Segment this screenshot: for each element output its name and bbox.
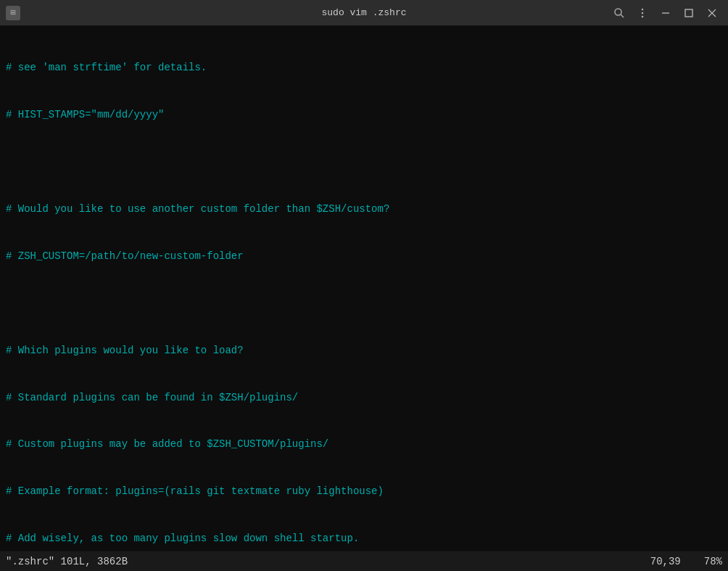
statusbar-file-info: ".zshrc" 101L, 3862B xyxy=(6,556,128,567)
statusbar: ".zshrc" 101L, 3862B 70,39 78% xyxy=(0,551,728,571)
line-7: # Which plugins would you like to load? xyxy=(6,343,722,359)
svg-point-3 xyxy=(642,12,644,14)
statusbar-scroll: 78% xyxy=(704,556,722,567)
maximize-button[interactable] xyxy=(679,3,699,23)
svg-point-2 xyxy=(642,8,644,10)
menu-icon xyxy=(637,7,648,19)
menu-button[interactable] xyxy=(632,3,653,23)
app-icon-symbol: ⊞ xyxy=(10,7,15,18)
statusbar-right: 70,39 78% xyxy=(650,556,722,567)
minimize-button[interactable] xyxy=(655,3,676,23)
titlebar: ⊞ sudo vim .zshrc xyxy=(0,0,728,26)
line-9: # Custom plugins may be added to $ZSH_CU… xyxy=(6,437,722,453)
search-icon xyxy=(613,7,625,19)
window-title: sudo vim .zshrc xyxy=(321,7,406,18)
minimize-icon xyxy=(660,7,671,19)
line-2: # HIST_STAMPS="mm/dd/yyyy" xyxy=(6,107,722,123)
line-4: # Would you like to use another custom f… xyxy=(6,202,722,218)
close-icon xyxy=(706,7,718,19)
editor-area[interactable]: # see 'man strftime' for details. # HIST… xyxy=(0,26,728,551)
svg-line-1 xyxy=(621,15,624,17)
app-icon: ⊞ xyxy=(6,6,20,20)
titlebar-left: ⊞ xyxy=(6,6,20,20)
line-6 xyxy=(6,296,722,312)
svg-point-4 xyxy=(642,15,644,17)
line-3 xyxy=(6,155,722,171)
maximize-icon xyxy=(683,7,695,19)
statusbar-position: 70,39 xyxy=(650,556,681,567)
search-button[interactable] xyxy=(609,3,629,23)
svg-point-0 xyxy=(615,9,621,15)
line-1: # see 'man strftime' for details. xyxy=(6,60,722,76)
svg-rect-6 xyxy=(685,9,692,17)
line-5: # ZSH_CUSTOM=/path/to/new-custom-folder xyxy=(6,249,722,265)
line-10: # Example format: plugins=(rails git tex… xyxy=(6,484,722,500)
window-controls xyxy=(609,3,722,23)
line-11: # Add wisely, as too many plugins slow d… xyxy=(6,531,722,547)
editor-content[interactable]: # see 'man strftime' for details. # HIST… xyxy=(0,29,728,551)
line-8: # Standard plugins can be found in $ZSH/… xyxy=(6,390,722,406)
close-button[interactable] xyxy=(702,3,722,23)
